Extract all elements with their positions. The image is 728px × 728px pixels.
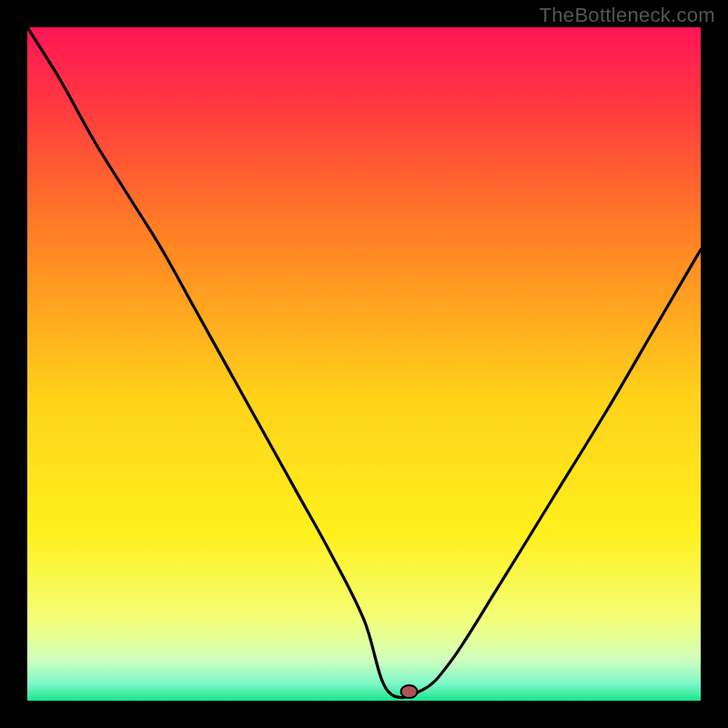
gradient-background — [27, 27, 701, 701]
plot-area — [27, 27, 701, 701]
chart-frame: TheBottleneck.com — [0, 0, 728, 728]
watermark-text: TheBottleneck.com — [540, 4, 715, 27]
optimal-marker — [401, 685, 418, 698]
bottleneck-chart-svg — [27, 27, 701, 701]
